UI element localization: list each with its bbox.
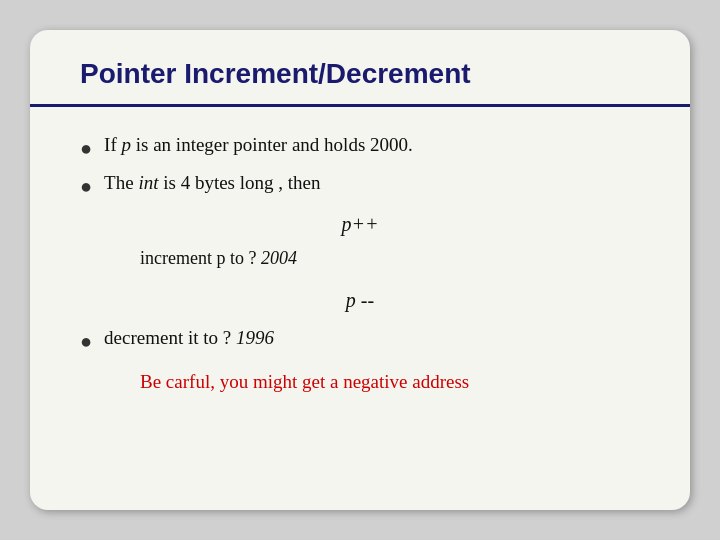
bullet-icon-1: ● xyxy=(80,133,92,163)
bullet-icon-2: ● xyxy=(80,171,92,201)
bullet-icon-3: ● xyxy=(80,326,92,356)
bullet-2-text: The int is 4 bytes long , then xyxy=(104,169,320,198)
slide-title: Pointer Increment/Decrement xyxy=(80,58,471,89)
ppp-code: p++ xyxy=(80,213,640,236)
bullet-1-text: If p is an integer pointer and holds 200… xyxy=(104,131,413,160)
bullet-1: ● If p is an integer pointer and holds 2… xyxy=(80,131,640,163)
slide-content: ● If p is an integer pointer and holds 2… xyxy=(30,107,690,416)
increment-line: increment p to ? 2004 xyxy=(140,244,640,273)
bytes-long-text: bytes long xyxy=(195,172,274,193)
pmm-expression: p -- xyxy=(346,289,374,311)
slide: Pointer Increment/Decrement ● If p is an… xyxy=(30,30,690,510)
increment-value: 2004 xyxy=(261,248,297,268)
warning-text: Be carful, you might get a negative addr… xyxy=(140,368,640,397)
bullet-3: ● decrement it to ? 1996 xyxy=(80,324,640,356)
pmm-code: p -- xyxy=(80,289,640,312)
title-bar: Pointer Increment/Decrement xyxy=(30,30,690,107)
bullet-3-text: decrement it to ? 1996 xyxy=(104,324,274,353)
to-text: to xyxy=(203,327,218,348)
ppp-expression: p++ xyxy=(342,213,379,235)
decrement-value: 1996 xyxy=(236,327,274,348)
bullet-2: ● The int is 4 bytes long , then xyxy=(80,169,640,201)
